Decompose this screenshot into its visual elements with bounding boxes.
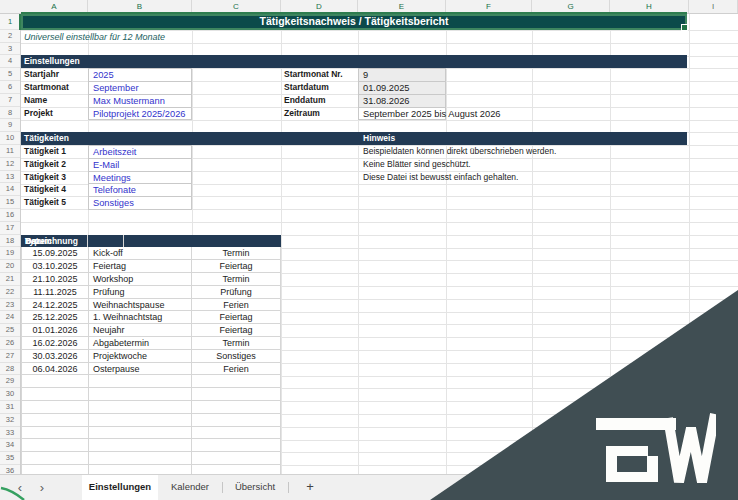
activity-input-cell[interactable]: Sonstiges xyxy=(88,196,192,210)
table-cell[interactable] xyxy=(192,414,280,427)
title-banner-cell[interactable]: Tätigkeitsnachweis / Tätigkeitsbericht xyxy=(21,14,687,30)
table-cell[interactable] xyxy=(192,452,280,465)
table-cell[interactable] xyxy=(192,401,280,414)
table-cell[interactable] xyxy=(89,375,192,388)
table-row[interactable]: 24.12.2025WeihnachtspauseFerien xyxy=(21,299,281,312)
table-cell[interactable]: Feiertag xyxy=(192,260,280,273)
table-cell[interactable]: Sonstiges xyxy=(192,350,280,363)
row-header-31[interactable]: 31 xyxy=(0,401,20,414)
row-header-35[interactable]: 35 xyxy=(0,452,20,465)
table-cell[interactable]: 03.10.2025 xyxy=(22,260,89,273)
table-cell[interactable] xyxy=(89,388,192,401)
table-cell[interactable]: 25.12.2025 xyxy=(22,311,89,324)
row-header-19[interactable]: 19 xyxy=(0,247,20,260)
table-cell[interactable]: Ferien xyxy=(192,299,280,312)
setting-input-cell[interactable]: Max Mustermann xyxy=(88,94,192,107)
table-cell[interactable]: 24.12.2025 xyxy=(22,299,89,312)
setting-input-cell[interactable]: September xyxy=(88,81,192,94)
activity-input-cell[interactable]: Arbeitszeit xyxy=(88,145,192,158)
table-cell[interactable] xyxy=(89,439,192,452)
table-cell[interactable]: 1. Weihnachtstag xyxy=(89,311,192,324)
table-cell[interactable] xyxy=(192,388,280,401)
table-cell[interactable]: Weihnachtspause xyxy=(89,299,192,312)
computed-value-cell[interactable]: 01.09.2025 xyxy=(358,81,446,94)
subtitle-cell[interactable]: Universell einstellbar für 12 Monate xyxy=(24,32,165,42)
row-header-34[interactable]: 34 xyxy=(0,439,20,452)
column-header-B[interactable]: B xyxy=(88,0,192,13)
table-cell[interactable] xyxy=(89,452,192,465)
row-header-30[interactable]: 30 xyxy=(0,388,20,401)
column-header-I[interactable]: I xyxy=(689,0,738,13)
row-header-9[interactable]: 9 xyxy=(0,119,20,132)
row-header-15[interactable]: 15 xyxy=(0,196,20,209)
row-header-11[interactable]: 11 xyxy=(0,145,20,158)
column-header-A[interactable]: A xyxy=(21,0,88,13)
row-header-20[interactable]: 20 xyxy=(0,260,20,273)
row-header-6[interactable]: 6 xyxy=(0,81,20,94)
table-row[interactable]: 21.10.2025WorkshopTermin xyxy=(21,273,281,286)
row-header-24[interactable]: 24 xyxy=(0,311,20,324)
table-row[interactable]: 06.04.2026OsterpauseFerien xyxy=(21,363,281,376)
table-cell[interactable]: 15.09.2025 xyxy=(22,247,89,260)
row-header-21[interactable]: 21 xyxy=(0,273,20,286)
table-cell[interactable] xyxy=(22,414,89,427)
row-header-23[interactable]: 23 xyxy=(0,299,20,312)
table-row[interactable]: 16.02.2026AbgabeterminTermin xyxy=(21,337,281,350)
row-header-26[interactable]: 26 xyxy=(0,337,20,350)
table-row[interactable]: 01.01.2026NeujahrFeiertag xyxy=(21,324,281,337)
table-row[interactable]: 15.09.2025Kick-offTermin xyxy=(21,247,281,260)
table-cell[interactable]: Ferien xyxy=(192,363,280,376)
row-header-4[interactable]: 4 xyxy=(0,55,20,68)
sheet-tab-kalender[interactable]: Kalender xyxy=(160,475,220,500)
zeitraum-value-cell[interactable]: September 2025 bis August 2026 xyxy=(358,107,446,121)
table-row[interactable]: 30.03.2026ProjektwocheSonstiges xyxy=(21,350,281,363)
tabs-scroll-right-button[interactable]: › xyxy=(34,478,50,498)
row-header-17[interactable]: 17 xyxy=(0,222,20,235)
row-header-25[interactable]: 25 xyxy=(0,324,20,337)
table-cell[interactable]: Abgabetermin xyxy=(89,337,192,350)
computed-value-cell[interactable]: 31.08.2026 xyxy=(358,94,446,108)
row-header-2[interactable]: 2 xyxy=(0,30,20,43)
row-header-5[interactable]: 5 xyxy=(0,68,20,81)
table-cell[interactable]: Neujahr xyxy=(89,324,192,337)
table-cell[interactable]: Feiertag xyxy=(192,311,280,324)
setting-input-cell[interactable]: 2025 xyxy=(88,68,192,81)
sheet-tab-einstellungen[interactable]: Einstellungen xyxy=(82,475,158,500)
table-cell[interactable] xyxy=(192,375,280,388)
row-header-22[interactable]: 22 xyxy=(0,286,20,299)
add-sheet-button[interactable]: + xyxy=(300,475,320,500)
row-header-7[interactable]: 7 xyxy=(0,94,20,107)
table-cell[interactable] xyxy=(89,427,192,440)
table-row[interactable] xyxy=(21,414,281,427)
table-cell[interactable]: 11.11.2025 xyxy=(22,286,89,299)
table-cell[interactable]: Workshop xyxy=(89,273,192,286)
row-header-18[interactable]: 18 xyxy=(0,235,20,248)
table-row[interactable] xyxy=(21,427,281,440)
table-cell[interactable] xyxy=(22,388,89,401)
row-header-3[interactable]: 3 xyxy=(0,43,20,56)
table-cell[interactable]: Termin xyxy=(192,273,280,286)
table-cell[interactable]: 16.02.2026 xyxy=(22,337,89,350)
table-cell[interactable]: Termin xyxy=(192,247,280,260)
table-row[interactable] xyxy=(21,439,281,452)
row-header-16[interactable]: 16 xyxy=(0,209,20,222)
table-cell[interactable]: Feiertag xyxy=(89,260,192,273)
table-cell[interactable] xyxy=(22,375,89,388)
row-header-32[interactable]: 32 xyxy=(0,414,20,427)
table-cell[interactable] xyxy=(22,452,89,465)
table-cell[interactable]: Prüfung xyxy=(192,286,280,299)
row-header-13[interactable]: 13 xyxy=(0,171,20,184)
table-cell[interactable]: 01.01.2026 xyxy=(22,324,89,337)
activity-input-cell[interactable]: Meetings xyxy=(88,171,192,184)
fill-handle[interactable] xyxy=(681,24,688,31)
column-header-G[interactable]: G xyxy=(532,0,610,13)
table-row[interactable] xyxy=(21,452,281,465)
table-cell[interactable] xyxy=(22,401,89,414)
row-header-8[interactable]: 8 xyxy=(0,107,20,120)
table-row[interactable] xyxy=(21,375,281,388)
table-cell[interactable]: Kick-off xyxy=(89,247,192,260)
sheet-tab-übersicht[interactable]: Übersicht xyxy=(226,475,284,500)
column-header-F[interactable]: F xyxy=(446,0,532,13)
table-row[interactable] xyxy=(21,388,281,401)
table-cell[interactable] xyxy=(192,439,280,452)
